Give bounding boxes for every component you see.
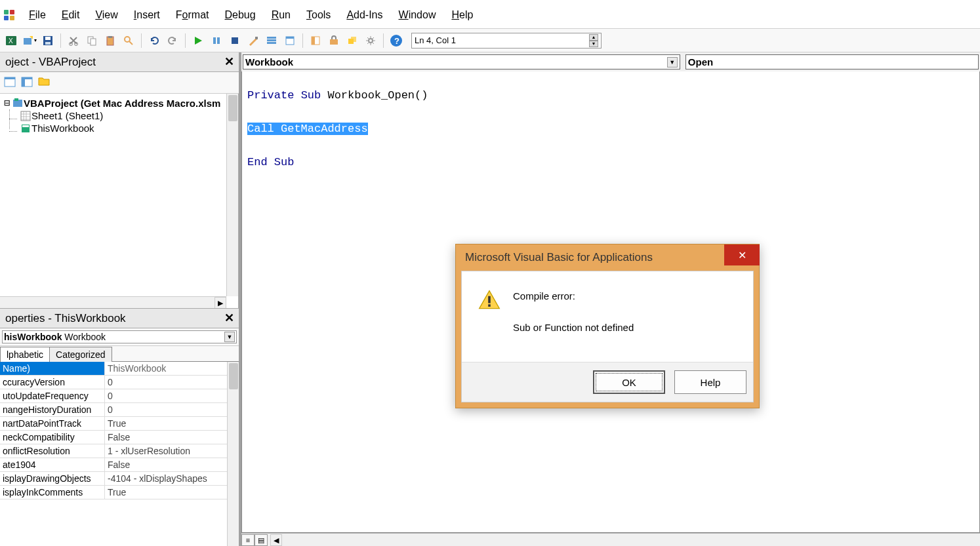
dialog-title: Microsoft Visual Basic for Applications (465, 251, 653, 264)
position-up-button[interactable]: ▲ (589, 34, 598, 41)
scroll-right-icon[interactable]: ▶ (214, 297, 226, 309)
svg-rect-38 (22, 77, 25, 87)
view-code-icon[interactable] (4, 76, 17, 89)
position-down-button[interactable]: ▼ (589, 41, 598, 47)
dropdown-arrow-icon: ▼ (667, 57, 678, 68)
dialog-message: Sub or Function not defined (513, 320, 634, 336)
svg-rect-25 (286, 37, 294, 39)
property-row[interactable]: onflictResolution1 - xlUserResolution (0, 444, 239, 458)
property-row[interactable]: ccuracyVersion0 (0, 376, 239, 389)
project-scrollbar-v[interactable] (226, 94, 238, 296)
view-object-icon[interactable] (21, 76, 34, 89)
property-row[interactable]: isplayInkCommentsTrue (0, 486, 239, 499)
tab-alphabetic[interactable]: lphabetic (0, 347, 50, 362)
project-explorer-button[interactable] (263, 32, 280, 49)
svg-rect-2 (4, 16, 9, 20)
svg-rect-20 (255, 37, 258, 39)
app-icon (3, 9, 16, 22)
project-scrollbar-h[interactable]: ▶ (0, 296, 226, 308)
code-object-dropdown[interactable]: Workbook ▼ (243, 54, 680, 69)
svg-rect-13 (91, 39, 96, 45)
dialog-help-button[interactable]: Help (674, 370, 746, 394)
svg-rect-43 (22, 125, 29, 127)
dialog-ok-button[interactable]: OK (593, 370, 665, 394)
save-button[interactable] (39, 32, 56, 49)
menu-debug[interactable]: Debug (217, 4, 264, 26)
break-button[interactable] (208, 32, 225, 49)
menu-insert[interactable]: Insert (126, 4, 168, 26)
menu-help[interactable]: Help (443, 4, 481, 26)
cursor-position-text: Ln 4, Col 1 (415, 35, 456, 45)
property-row[interactable]: nangeHistoryDuration0 (0, 403, 239, 417)
properties-scrollbar-v[interactable] (227, 362, 239, 546)
object-browser-button[interactable] (307, 32, 324, 49)
insert-module-button[interactable]: ▾ (21, 32, 38, 49)
menu-file[interactable]: File (21, 4, 54, 26)
procedure-view-button[interactable]: ≡ (241, 534, 255, 546)
menu-tools[interactable]: Tools (298, 4, 338, 26)
error-dialog: Microsoft Visual Basic for Applications … (455, 244, 760, 408)
run-button[interactable] (190, 32, 207, 49)
tab-order-button[interactable] (344, 32, 361, 49)
expand-icon[interactable]: ⊟ (3, 97, 12, 109)
settings-button[interactable] (362, 32, 379, 49)
svg-rect-1 (10, 10, 14, 14)
property-row[interactable]: neckCompatibilityFalse (0, 431, 239, 444)
redo-button[interactable] (164, 32, 181, 49)
dialog-close-button[interactable]: ✕ (724, 244, 760, 265)
tree-item-thisworkbook[interactable]: ThisWorkbook (17, 122, 238, 134)
svg-rect-15 (108, 36, 112, 38)
property-row[interactable]: utoUpdateFrequency0 (0, 389, 239, 403)
menubar: File Edit View Insert Format Debug Run T… (0, 1, 980, 29)
tree-item-label: Sheet1 (Sheet1) (31, 110, 103, 121)
toolbox-button[interactable] (325, 32, 342, 49)
full-module-view-button[interactable]: ▤ (255, 534, 268, 546)
properties-object-dropdown[interactable]: hisWorkbook Workbook ▼ (2, 330, 237, 343)
properties-panel-close-button[interactable]: ✕ (222, 311, 236, 326)
tree-item-sheet1[interactable]: Sheet1 (Sheet1) (17, 109, 238, 122)
worksheet-icon (20, 111, 31, 121)
svg-rect-23 (267, 42, 276, 44)
scroll-left-icon[interactable]: ◀ (270, 534, 282, 546)
svg-rect-40 (14, 98, 18, 101)
svg-rect-17 (213, 37, 216, 44)
folder-icon[interactable] (38, 76, 51, 89)
menu-format[interactable]: Format (168, 4, 217, 26)
menu-run[interactable]: Run (264, 4, 298, 26)
warning-icon (478, 288, 501, 336)
design-mode-button[interactable] (245, 32, 262, 49)
undo-button[interactable] (146, 32, 163, 49)
project-tree[interactable]: ⊟ VBAProject (Get Mac Address Macro.xlsm… (0, 94, 239, 308)
svg-rect-22 (267, 39, 276, 41)
properties-window-button[interactable] (281, 32, 298, 49)
tab-categorized[interactable]: Categorized (49, 347, 112, 362)
menu-edit[interactable]: Edit (54, 4, 88, 26)
cursor-position-field[interactable]: Ln 4, Col 1 ▲ ▼ (411, 33, 602, 49)
paste-button[interactable] (102, 32, 119, 49)
help-icon[interactable]: ? (388, 32, 405, 49)
svg-rect-3 (10, 16, 14, 20)
cut-button[interactable] (65, 32, 82, 49)
tree-root-item[interactable]: ⊟ VBAProject (Get Mac Address Macro.xlsm (0, 96, 238, 109)
svg-text:X: X (9, 37, 13, 45)
copy-button[interactable] (83, 32, 100, 49)
code-bottom-bar: ≡ ▤ ◀ (241, 533, 980, 546)
property-row[interactable]: isplayDrawingObjects-4104 - xlDisplaySha… (0, 472, 239, 486)
vba-project-icon (12, 98, 24, 108)
property-row[interactable]: Name)ThisWorkbook (0, 362, 239, 376)
property-row[interactable]: ate1904False (0, 458, 239, 472)
menu-window[interactable]: Window (391, 4, 444, 26)
property-row[interactable]: nartDataPointTrackTrue (0, 417, 239, 431)
menu-addins[interactable]: Add-Ins (338, 4, 390, 26)
find-button[interactable] (120, 32, 137, 49)
reset-button[interactable] (226, 32, 243, 49)
excel-icon[interactable]: X (3, 32, 20, 49)
project-panel-close-button[interactable]: ✕ (222, 55, 236, 69)
project-panel-header: oject - VBAProject ✕ (0, 52, 239, 72)
menu-view[interactable]: View (87, 4, 125, 26)
svg-rect-9 (45, 42, 51, 45)
code-procedure-dropdown[interactable]: Open ▼ (685, 54, 979, 69)
properties-grid[interactable]: Name)ThisWorkbook ccuracyVersion0 utoUpd… (0, 362, 239, 546)
svg-rect-18 (217, 37, 220, 44)
svg-rect-21 (267, 37, 276, 39)
